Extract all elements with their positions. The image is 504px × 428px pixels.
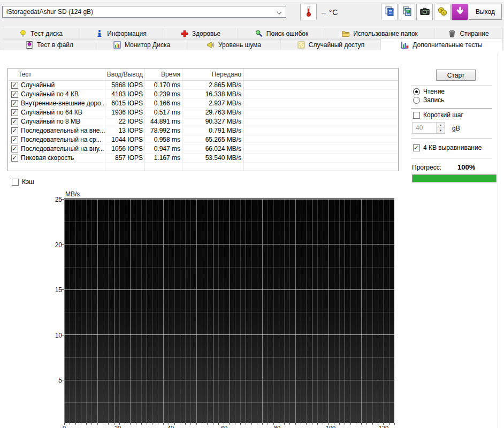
transfer-value: 2.865 MB/s: [182, 81, 243, 89]
screenshot-button[interactable]: [416, 4, 433, 20]
table-row: Случайный по 4 КВ 4183 IOPS 0.239 ms 16.…: [8, 90, 398, 99]
progress-bar: [412, 174, 497, 182]
window-top-strip: [0, 0, 504, 3]
tab-erase[interactable]: Стирание: [434, 28, 503, 39]
tab-row-1: Тест диска Информация Здоровье Поиск оши…: [0, 28, 504, 39]
y-tick-label: 15: [48, 286, 62, 294]
header-iops: Ввод/Вывод: [105, 71, 144, 78]
x-tick-label: 60: [216, 425, 232, 428]
transfer-value: 29.763 MB/s: [182, 109, 243, 116]
tab-information[interactable]: Информация: [79, 28, 163, 39]
test-name: Случайный по 64 КВ: [21, 109, 82, 116]
thermometer-icon: [304, 5, 314, 19]
tab-disk-test[interactable]: Тест диска: [3, 28, 79, 39]
header-time: Время: [144, 71, 182, 78]
exit-button[interactable]: Выход: [469, 4, 502, 20]
row-checkbox[interactable]: [11, 82, 18, 89]
row-checkbox[interactable]: [11, 109, 18, 116]
iops-value: 5868 IOPS: [105, 81, 144, 89]
iops-value: 1044 IOPS: [105, 136, 144, 143]
disk-monitor-icon: [113, 41, 121, 49]
tab-label: Стирание: [460, 30, 488, 37]
row-checkbox[interactable]: [11, 146, 18, 152]
coins-button[interactable]: $ $: [434, 4, 450, 20]
spin-up-icon[interactable]: ▲: [437, 123, 445, 128]
table-row: Последовательный на вну... 1056 IOPS 0.9…: [8, 144, 398, 154]
x-tick-label: 0: [56, 425, 72, 428]
spinner-arrows: ▲ ▼: [436, 123, 445, 133]
x-tick-label: 120: [376, 425, 392, 428]
write-radio[interactable]: [413, 97, 420, 104]
copy-image-button[interactable]: [399, 4, 415, 20]
iops-value: 13 IOPS: [105, 127, 144, 134]
bulb-icon: [19, 29, 27, 38]
progress-label: Прогресс:: [412, 164, 441, 171]
y-tick-label: 5: [48, 377, 62, 384]
chevron-down-icon: [277, 10, 281, 14]
health-cross-icon: [180, 29, 189, 38]
camera-icon: [419, 6, 430, 18]
read-mode-option[interactable]: Чтение: [413, 88, 445, 95]
tab-disk-monitor[interactable]: Монитор Диска: [96, 39, 187, 50]
iops-value: 4183 IOPS: [105, 90, 144, 98]
write-mode-option[interactable]: Запись: [413, 96, 444, 104]
tab-noise-level[interactable]: Уровень шума: [187, 39, 281, 50]
short-stride-checkbox[interactable]: [413, 112, 420, 119]
panel-right-edge: [498, 52, 498, 428]
tab-label: Тест диска: [30, 30, 63, 37]
download-arrow-icon: [455, 6, 465, 18]
tab-error-scan[interactable]: Поиск ошибок: [238, 28, 325, 39]
tab-folder-usage[interactable]: Использование папок: [325, 28, 434, 39]
row-checkbox[interactable]: [11, 118, 18, 125]
copy-image-icon: [402, 6, 413, 18]
y-tick-mark: [61, 244, 64, 245]
read-radio[interactable]: [413, 88, 420, 95]
table-row: Внутренние-внешние доро... 6015 IOPS 0.1…: [8, 99, 398, 108]
table-row: Случайный по 64 КВ 1936 IOPS 0.517 ms 29…: [8, 108, 398, 117]
copy-text-button[interactable]: [381, 4, 398, 20]
cache-option[interactable]: Кэш: [12, 178, 34, 186]
start-button[interactable]: Старт: [436, 70, 476, 81]
random-access-icon: [297, 41, 306, 49]
align-4k-checkbox[interactable]: [413, 144, 420, 151]
temperature-readout: – °C: [322, 8, 338, 17]
separator: [411, 158, 492, 158]
y-tick-label: 10: [48, 332, 62, 339]
tab-random-access[interactable]: Случайный доступ: [281, 39, 381, 50]
align-4k-option[interactable]: 4 КВ выравнивание: [413, 144, 482, 151]
x-tick-label: 100: [323, 425, 339, 428]
y-tick-label: 25: [48, 196, 62, 203]
tab-file-benchmark[interactable]: Тест в файл: [3, 39, 96, 50]
stride-size-spinner[interactable]: 40 ▲ ▼: [412, 122, 445, 134]
tab-label: Тест в файл: [37, 41, 73, 49]
tab-label: Случайный доступ: [309, 41, 364, 49]
separator: [411, 108, 492, 109]
row-checkbox[interactable]: [11, 127, 18, 134]
tab-label: Дополнительные тесты: [413, 41, 482, 49]
temperature-button[interactable]: [300, 4, 317, 20]
row-checkbox[interactable]: [11, 91, 18, 98]
tab-label: Уровень шума: [218, 41, 261, 49]
y-tick-mark: [61, 380, 64, 380]
separator: [411, 139, 492, 139]
short-stride-option[interactable]: Короткий шаг: [413, 111, 463, 119]
benchmark-plot-area: [64, 198, 394, 423]
row-checkbox[interactable]: [11, 136, 18, 143]
row-checkbox[interactable]: [11, 155, 18, 162]
transfer-value: 0.791 MB/s: [182, 127, 243, 134]
table-header: Тест Ввод/Вывод Время Передано: [8, 68, 398, 81]
cache-checkbox[interactable]: [12, 179, 19, 186]
spin-down-icon[interactable]: ▼: [437, 128, 445, 133]
y-tick-label: 20: [48, 241, 62, 249]
download-button[interactable]: [452, 4, 468, 20]
row-checkbox[interactable]: [11, 100, 18, 107]
tab-extra-tests[interactable]: Дополнительные тесты: [381, 39, 503, 51]
device-select[interactable]: iStoragedatAshur SD (124 gB): [2, 6, 286, 18]
test-name: Последовательный на вну...: [21, 145, 104, 152]
test-name: Внутренние-внешние доро...: [21, 100, 105, 107]
tab-health[interactable]: Здоровье: [163, 28, 238, 39]
table-row: Последовательный на вне... 13 IOPS 78.99…: [8, 126, 398, 135]
time-value: 0.166 ms: [144, 100, 182, 107]
test-name: Случайный по 8 МВ: [21, 118, 80, 125]
iops-value: 1936 IOPS: [105, 109, 144, 116]
